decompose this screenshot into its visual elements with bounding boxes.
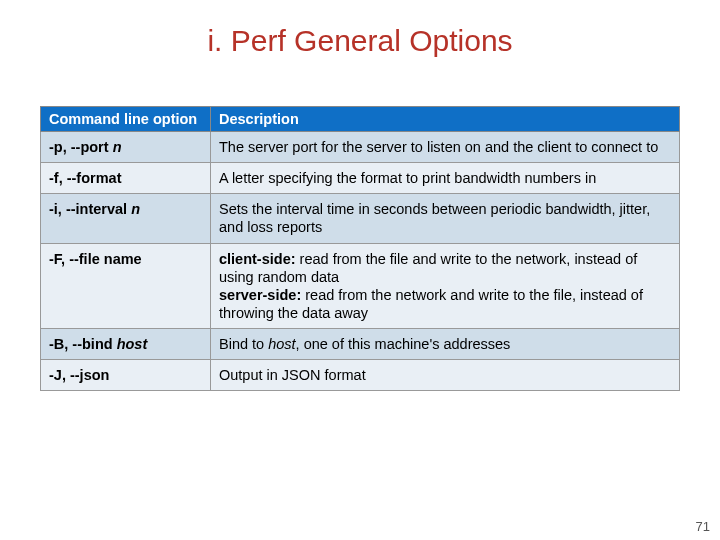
table-row: -f, --formatA letter specifying the form… (41, 163, 680, 194)
description-cell: The server port for the server to listen… (211, 132, 680, 163)
header-description: Description (211, 107, 680, 132)
options-table: Command line option Description -p, --po… (40, 106, 680, 391)
description-cell: client-side: read from the file and writ… (211, 243, 680, 329)
description-cell: Bind to host, one of this machine's addr… (211, 329, 680, 360)
table-row: -B, --bind hostBind to host, one of this… (41, 329, 680, 360)
option-cell: -p, --port n (41, 132, 211, 163)
table-header-row: Command line option Description (41, 107, 680, 132)
table-row: -i, --interval nSets the interval time i… (41, 194, 680, 243)
option-cell: -i, --interval n (41, 194, 211, 243)
description-cell: Sets the interval time in seconds betwee… (211, 194, 680, 243)
table-row: -p, --port nThe server port for the serv… (41, 132, 680, 163)
option-cell: -F, --file name (41, 243, 211, 329)
table-row: -F, --file nameclient-side: read from th… (41, 243, 680, 329)
option-cell: -B, --bind host (41, 329, 211, 360)
description-cell: Output in JSON format (211, 360, 680, 391)
table-row: -J, --jsonOutput in JSON format (41, 360, 680, 391)
page-title: i. Perf General Options (0, 24, 720, 58)
option-cell: -f, --format (41, 163, 211, 194)
page-number: 71 (696, 519, 710, 534)
option-cell: -J, --json (41, 360, 211, 391)
description-cell: A letter specifying the format to print … (211, 163, 680, 194)
header-option: Command line option (41, 107, 211, 132)
